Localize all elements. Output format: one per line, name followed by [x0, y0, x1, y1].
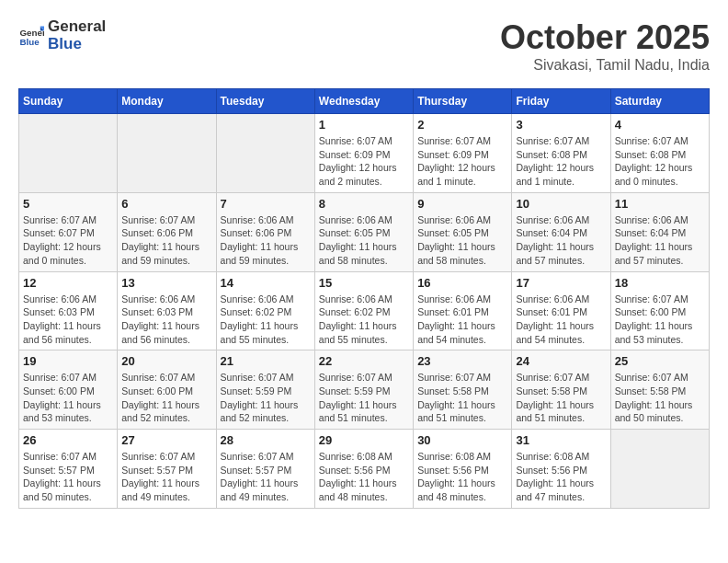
day-info: Sunrise: 6:06 AM Sunset: 6:03 PM Dayligh… [121, 293, 211, 347]
day-number: 16 [417, 276, 507, 290]
weekday-header-wednesday: Wednesday [314, 89, 413, 114]
weekday-row: SundayMondayTuesdayWednesdayThursdayFrid… [19, 89, 710, 114]
day-number: 28 [221, 433, 311, 447]
day-info: Sunrise: 6:07 AM Sunset: 5:58 PM Dayligh… [516, 371, 606, 425]
day-info: Sunrise: 6:06 AM Sunset: 6:02 PM Dayligh… [319, 293, 409, 347]
day-number: 26 [23, 433, 113, 447]
calendar-cell: 18Sunrise: 6:07 AM Sunset: 6:00 PM Dayli… [610, 271, 709, 350]
day-number: 29 [319, 433, 409, 447]
calendar-week-row: 12Sunrise: 6:06 AM Sunset: 6:03 PM Dayli… [19, 271, 710, 350]
logo-general-text: General [48, 18, 106, 36]
calendar-cell: 19Sunrise: 6:07 AM Sunset: 6:00 PM Dayli… [19, 350, 118, 430]
day-info: Sunrise: 6:07 AM Sunset: 6:09 PM Dayligh… [417, 134, 507, 189]
calendar-cell: 27Sunrise: 6:07 AM Sunset: 5:57 PM Dayli… [118, 430, 216, 509]
title-area: October 2025 Sivakasi, Tamil Nadu, India [500, 18, 710, 74]
calendar-cell: 3Sunrise: 6:07 AM Sunset: 6:08 PM Daylig… [512, 114, 610, 193]
calendar-cell: 13Sunrise: 6:06 AM Sunset: 6:03 PM Dayli… [118, 271, 216, 350]
day-info: Sunrise: 6:07 AM Sunset: 6:08 PM Dayligh… [516, 134, 606, 189]
day-number: 30 [417, 433, 507, 447]
logo: General Blue General Blue [18, 18, 106, 52]
calendar-cell: 14Sunrise: 6:06 AM Sunset: 6:02 PM Dayli… [216, 271, 314, 350]
weekday-header-sunday: Sunday [19, 89, 118, 114]
day-info: Sunrise: 6:08 AM Sunset: 5:56 PM Dayligh… [516, 450, 606, 504]
day-number: 1 [319, 118, 409, 132]
day-number: 17 [516, 276, 606, 290]
day-number: 24 [516, 354, 606, 368]
calendar-cell [118, 114, 216, 193]
day-number: 31 [516, 433, 606, 447]
logo-icon: General Blue [18, 23, 44, 49]
day-number: 12 [23, 276, 113, 290]
calendar-cell: 28Sunrise: 6:07 AM Sunset: 5:57 PM Dayli… [216, 430, 314, 509]
day-info: Sunrise: 6:06 AM Sunset: 6:04 PM Dayligh… [615, 213, 705, 268]
calendar-cell: 30Sunrise: 6:08 AM Sunset: 5:56 PM Dayli… [414, 430, 512, 509]
day-info: Sunrise: 6:06 AM Sunset: 6:02 PM Dayligh… [221, 293, 311, 347]
weekday-header-saturday: Saturday [610, 89, 709, 114]
calendar-cell: 10Sunrise: 6:06 AM Sunset: 6:04 PM Dayli… [512, 192, 610, 271]
calendar-cell: 2Sunrise: 6:07 AM Sunset: 6:09 PM Daylig… [414, 114, 512, 193]
day-info: Sunrise: 6:06 AM Sunset: 6:01 PM Dayligh… [417, 293, 507, 347]
calendar-title: October 2025 [500, 18, 710, 57]
day-number: 10 [516, 197, 606, 211]
day-info: Sunrise: 6:07 AM Sunset: 5:57 PM Dayligh… [221, 450, 311, 504]
calendar-cell: 4Sunrise: 6:07 AM Sunset: 6:08 PM Daylig… [610, 114, 709, 193]
logo-blue-text: Blue [48, 36, 106, 53]
day-info: Sunrise: 6:07 AM Sunset: 5:58 PM Dayligh… [615, 371, 705, 425]
day-info: Sunrise: 6:06 AM Sunset: 6:04 PM Dayligh… [516, 213, 606, 268]
day-info: Sunrise: 6:07 AM Sunset: 6:00 PM Dayligh… [23, 371, 113, 425]
day-number: 21 [221, 354, 311, 368]
day-number: 18 [615, 276, 705, 290]
calendar-cell [19, 114, 118, 193]
page-header: General Blue General Blue October 2025 S… [18, 18, 710, 74]
calendar-cell: 6Sunrise: 6:07 AM Sunset: 6:06 PM Daylig… [118, 192, 216, 271]
calendar-cell: 25Sunrise: 6:07 AM Sunset: 5:58 PM Dayli… [610, 350, 709, 430]
day-info: Sunrise: 6:06 AM Sunset: 6:05 PM Dayligh… [319, 213, 409, 268]
day-number: 19 [23, 354, 113, 368]
calendar-cell: 23Sunrise: 6:07 AM Sunset: 5:58 PM Dayli… [414, 350, 512, 430]
svg-text:Blue: Blue [19, 36, 40, 46]
day-number: 8 [319, 197, 409, 211]
day-info: Sunrise: 6:06 AM Sunset: 6:03 PM Dayligh… [23, 293, 113, 347]
day-info: Sunrise: 6:06 AM Sunset: 6:06 PM Dayligh… [221, 213, 311, 268]
day-number: 15 [319, 276, 409, 290]
day-info: Sunrise: 6:07 AM Sunset: 6:06 PM Dayligh… [121, 213, 211, 268]
calendar-cell: 15Sunrise: 6:06 AM Sunset: 6:02 PM Dayli… [314, 271, 413, 350]
calendar-cell: 24Sunrise: 6:07 AM Sunset: 5:58 PM Dayli… [512, 350, 610, 430]
calendar-cell: 12Sunrise: 6:06 AM Sunset: 6:03 PM Dayli… [19, 271, 118, 350]
day-info: Sunrise: 6:07 AM Sunset: 6:09 PM Dayligh… [319, 134, 409, 189]
calendar-week-row: 26Sunrise: 6:07 AM Sunset: 5:57 PM Dayli… [19, 430, 710, 509]
calendar-cell: 9Sunrise: 6:06 AM Sunset: 6:05 PM Daylig… [414, 192, 512, 271]
calendar-table: SundayMondayTuesdayWednesdayThursdayFrid… [18, 88, 710, 509]
calendar-cell: 5Sunrise: 6:07 AM Sunset: 6:07 PM Daylig… [19, 192, 118, 271]
day-info: Sunrise: 6:07 AM Sunset: 5:59 PM Dayligh… [221, 371, 311, 425]
day-info: Sunrise: 6:06 AM Sunset: 6:01 PM Dayligh… [516, 293, 606, 347]
day-info: Sunrise: 6:07 AM Sunset: 6:00 PM Dayligh… [121, 371, 211, 425]
day-number: 6 [121, 197, 211, 211]
day-number: 14 [221, 276, 311, 290]
weekday-header-friday: Friday [512, 89, 610, 114]
day-info: Sunrise: 6:07 AM Sunset: 6:08 PM Dayligh… [615, 134, 705, 189]
calendar-week-row: 19Sunrise: 6:07 AM Sunset: 6:00 PM Dayli… [19, 350, 710, 430]
day-number: 13 [121, 276, 211, 290]
day-number: 23 [417, 354, 507, 368]
day-number: 9 [417, 197, 507, 211]
day-number: 22 [319, 354, 409, 368]
calendar-cell: 16Sunrise: 6:06 AM Sunset: 6:01 PM Dayli… [414, 271, 512, 350]
calendar-cell: 26Sunrise: 6:07 AM Sunset: 5:57 PM Dayli… [19, 430, 118, 509]
calendar-cell: 29Sunrise: 6:08 AM Sunset: 5:56 PM Dayli… [314, 430, 413, 509]
calendar-cell: 1Sunrise: 6:07 AM Sunset: 6:09 PM Daylig… [314, 114, 413, 193]
day-number: 5 [23, 197, 113, 211]
day-info: Sunrise: 6:07 AM Sunset: 5:59 PM Dayligh… [319, 371, 409, 425]
day-info: Sunrise: 6:08 AM Sunset: 5:56 PM Dayligh… [319, 450, 409, 504]
calendar-cell: 7Sunrise: 6:06 AM Sunset: 6:06 PM Daylig… [216, 192, 314, 271]
day-info: Sunrise: 6:07 AM Sunset: 5:57 PM Dayligh… [121, 450, 211, 504]
weekday-header-monday: Monday [118, 89, 216, 114]
day-number: 2 [417, 118, 507, 132]
day-number: 4 [615, 118, 705, 132]
day-info: Sunrise: 6:07 AM Sunset: 6:00 PM Dayligh… [615, 293, 705, 347]
calendar-cell: 22Sunrise: 6:07 AM Sunset: 5:59 PM Dayli… [314, 350, 413, 430]
calendar-cell: 20Sunrise: 6:07 AM Sunset: 6:00 PM Dayli… [118, 350, 216, 430]
calendar-body: 1Sunrise: 6:07 AM Sunset: 6:09 PM Daylig… [19, 114, 710, 509]
calendar-subtitle: Sivakasi, Tamil Nadu, India [500, 57, 710, 74]
day-number: 11 [615, 197, 705, 211]
